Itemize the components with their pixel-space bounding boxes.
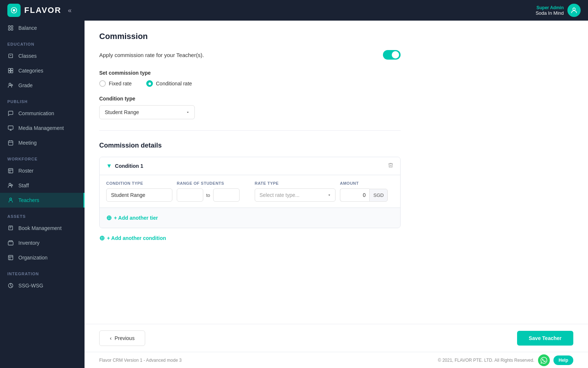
grade-icon — [7, 82, 14, 89]
amount-cell: SGD — [340, 188, 399, 202]
sidebar-label-teachers: Teachers — [18, 197, 39, 203]
previous-button[interactable]: ‹ Previous — [99, 330, 145, 346]
collapse-icon[interactable]: « — [68, 7, 72, 14]
amount-input[interactable] — [340, 188, 369, 202]
sidebar-label-media: Media Management — [18, 125, 64, 131]
sidebar-item-balance[interactable]: Balance — [0, 21, 85, 35]
add-condition-button[interactable]: ⊕ + Add another condition — [99, 234, 166, 242]
plus-icon: ⊕ — [106, 214, 112, 222]
logo-area: FLAVOR « — [7, 4, 72, 17]
sidebar-item-classes[interactable]: Classes — [0, 49, 85, 63]
sidebar-item-roster[interactable]: Roster — [0, 163, 85, 178]
condition-label: Condition 1 — [115, 163, 143, 169]
sidebar-label-organization: Organization — [18, 255, 47, 261]
commission-type-section: Set commission type Fixed rate Condition… — [99, 70, 401, 87]
sidebar-label-roster: Roster — [18, 168, 33, 174]
radio-fixed-rate[interactable]: Fixed rate — [99, 80, 132, 87]
condition-header-left: ▼ Condition 1 — [106, 163, 143, 169]
chevron-left-icon: ‹ — [110, 335, 112, 341]
user-role: Super Admin — [535, 5, 564, 10]
sidebar-item-communication[interactable]: Communication — [0, 106, 85, 121]
section-assets: ASSETS — [0, 208, 85, 221]
logo-icon — [7, 4, 21, 17]
range-to-input[interactable] — [213, 188, 240, 202]
sidebar-item-media-management[interactable]: Media Management — [0, 121, 85, 135]
sidebar-item-categories[interactable]: Categories — [0, 63, 85, 78]
book-icon — [7, 225, 14, 231]
svg-point-17 — [11, 184, 12, 186]
categories-icon — [7, 67, 14, 74]
add-condition-plus-icon: ⊕ — [99, 234, 105, 242]
classes-icon — [7, 53, 14, 59]
sidebar-label-ssg: SSG-WSG — [18, 283, 43, 289]
meeting-icon — [7, 139, 14, 146]
commission-toggle-row: Apply commission rate for your Teacher(s… — [99, 50, 401, 60]
rate-type-select[interactable]: Select rate type... Percentage Fixed — [255, 188, 336, 202]
currency-label: SGD — [369, 189, 388, 202]
sidebar-item-meeting[interactable]: Meeting — [0, 135, 85, 150]
sidebar-label-staff: Staff — [18, 183, 29, 188]
media-icon — [7, 125, 14, 131]
svg-rect-10 — [11, 71, 13, 73]
add-condition-label: + Add another condition — [107, 235, 166, 241]
avatar — [567, 4, 581, 17]
rate-type-cell: Select rate type... Percentage Fixed — [255, 188, 336, 202]
roster-icon — [7, 167, 14, 174]
svg-rect-9 — [8, 71, 10, 73]
sidebar-label-classes: Classes — [18, 53, 37, 59]
commission-toggle[interactable] — [383, 50, 401, 60]
conditional-rate-label: Conditional rate — [156, 81, 192, 86]
save-teacher-button[interactable]: Save Teacher — [517, 331, 573, 346]
toggle-slider — [383, 50, 401, 60]
top-header: FLAVOR « Super Admin Soda In Mind — [0, 0, 588, 21]
condition-type-input[interactable] — [106, 188, 172, 202]
svg-rect-20 — [8, 255, 13, 260]
col-header-range: RANGE OF STUDENTS — [177, 181, 250, 185]
version-text: Flavor CRM Version 1 - Advanced mode 3 — [99, 358, 182, 363]
sidebar-item-organization[interactable]: Organization — [0, 250, 85, 265]
user-name: Soda In Mind — [535, 10, 564, 16]
section-integration: INTEGRATION — [0, 265, 85, 278]
sidebar-item-book-management[interactable]: Book Management — [0, 221, 85, 236]
ssg-icon — [7, 282, 14, 289]
balance-icon — [7, 25, 14, 31]
add-tier-button[interactable]: ⊕ + Add another tier — [106, 214, 158, 222]
svg-rect-4 — [11, 26, 13, 28]
svg-rect-15 — [8, 169, 13, 173]
sidebar-item-ssg-wsg[interactable]: SSG-WSG — [0, 278, 85, 293]
svg-point-2 — [573, 8, 576, 10]
condition-card-header: ▼ Condition 1 — [100, 157, 400, 175]
sidebar-label-categories: Categories — [18, 68, 43, 74]
sidebar-item-staff[interactable]: Staff — [0, 178, 85, 193]
main-layout: Balance EDUCATION Classes Categories Gra… — [0, 21, 588, 368]
condition-type-section: Condition type Student Range Revenue Ses… — [99, 96, 401, 119]
radio-circle-conditional — [146, 80, 153, 87]
sidebar-item-teachers[interactable]: Teachers — [0, 193, 85, 208]
col-header-amount: AMOUNT — [340, 181, 399, 185]
svg-rect-3 — [8, 26, 10, 28]
delete-condition-icon[interactable] — [388, 162, 394, 170]
svg-rect-8 — [11, 68, 13, 70]
radio-group: Fixed rate Conditional rate — [99, 80, 401, 87]
communication-icon — [7, 110, 14, 117]
condition-type-select[interactable]: Student Range Revenue Sessions — [99, 105, 195, 119]
svg-rect-13 — [8, 126, 13, 129]
fixed-rate-label: Fixed rate — [109, 81, 132, 86]
radio-conditional-rate[interactable]: Conditional rate — [146, 80, 192, 87]
sidebar: Balance EDUCATION Classes Categories Gra… — [0, 21, 85, 368]
sidebar-item-inventory[interactable]: Inventory — [0, 236, 85, 250]
sidebar-label-inventory: Inventory — [18, 240, 40, 246]
save-label: Save Teacher — [529, 335, 562, 341]
sidebar-label-grade: Grade — [18, 82, 33, 88]
inventory-icon — [7, 240, 14, 246]
condition-type-label: Condition type — [99, 96, 401, 102]
condition-type-cell — [106, 188, 172, 202]
copyright-text: © 2021, FLAVOR PTE. LTD. All Rights Rese… — [438, 358, 534, 363]
range-from-input[interactable] — [177, 188, 203, 202]
sidebar-item-grade[interactable]: Grade — [0, 78, 85, 93]
sidebar-label-book: Book Management — [18, 225, 62, 231]
help-button[interactable]: Help — [553, 355, 573, 365]
sidebar-label-meeting: Meeting — [18, 140, 37, 146]
bottom-bar: ‹ Previous Save Teacher — [85, 324, 588, 352]
whatsapp-button[interactable] — [538, 354, 550, 366]
